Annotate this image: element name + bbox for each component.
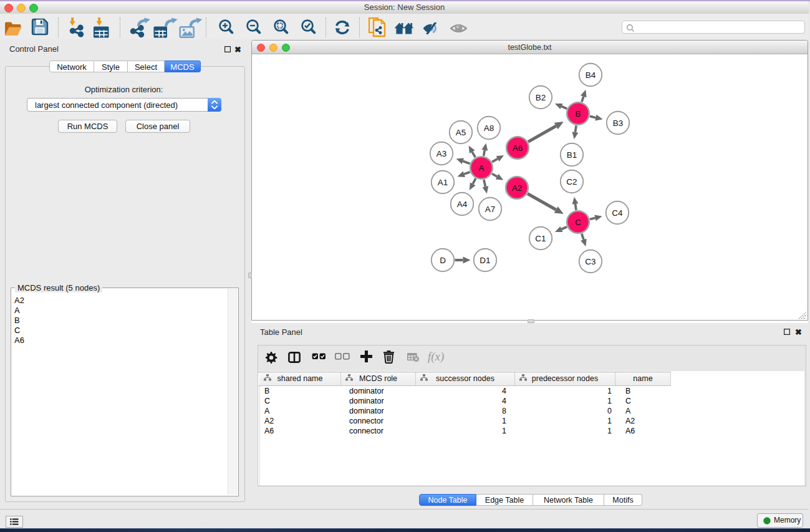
svg-text:B: B	[575, 109, 581, 118]
svg-text:C3: C3	[585, 257, 595, 266]
svg-text:B3: B3	[613, 118, 624, 128]
svg-text:D1: D1	[480, 256, 490, 265]
svg-text:A8: A8	[484, 123, 494, 133]
svg-text:B1: B1	[567, 150, 577, 160]
svg-text:D: D	[440, 256, 446, 265]
svg-text:B2: B2	[536, 93, 546, 102]
svg-text:A7: A7	[485, 205, 496, 214]
svg-text:A1: A1	[438, 178, 448, 187]
svg-text:A4: A4	[457, 200, 468, 209]
svg-text:A2: A2	[512, 183, 523, 193]
svg-text:C2: C2	[566, 177, 577, 186]
svg-text:C: C	[575, 218, 581, 227]
svg-text:A6: A6	[513, 143, 523, 153]
svg-text:B4: B4	[586, 70, 596, 80]
svg-text:A5: A5	[456, 128, 466, 137]
svg-text:C4: C4	[612, 208, 623, 218]
svg-text:A3: A3	[436, 149, 447, 158]
svg-text:C1: C1	[535, 234, 546, 243]
svg-text:A: A	[478, 163, 484, 173]
